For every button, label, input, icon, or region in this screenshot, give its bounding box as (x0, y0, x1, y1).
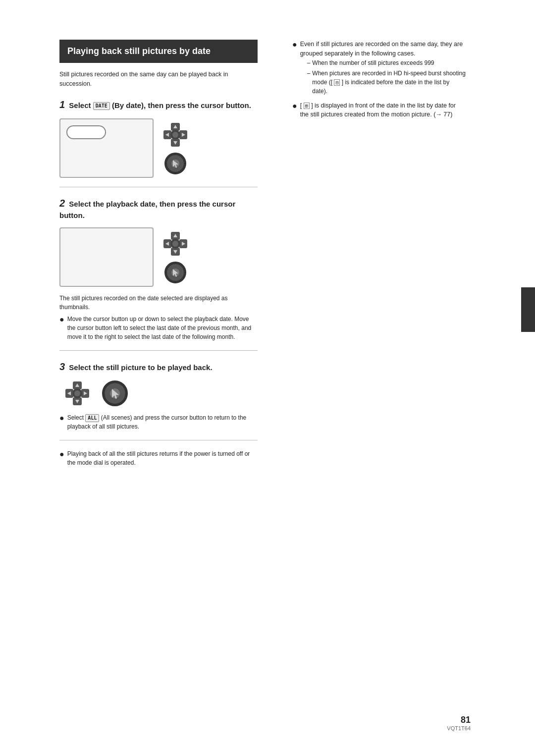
page-footer: 81 VQT1T64 (447, 715, 471, 731)
step-2-bullet-1: ● Move the cursor button up or down to s… (59, 315, 258, 341)
right-sub-text-1: When the number of still pictures exceed… (312, 58, 434, 67)
dpad-svg-2 (162, 231, 188, 257)
right-bullet-dot-2: ● (292, 101, 297, 110)
step-2-number: 2 (59, 198, 65, 209)
bullet-dot-3: ● (59, 413, 64, 423)
step-3-bullet-text: Select ALL (All scenes) and press the cu… (67, 413, 258, 431)
step-2-text: Select the playback date, then press the… (59, 200, 235, 219)
sub-dash-2: – (307, 69, 311, 78)
page-code: VQT1T64 (447, 725, 471, 731)
step-1-text: Select DATE (By date), then press the cu… (69, 101, 251, 109)
tab-marker (521, 287, 535, 332)
step-3-number: 3 (59, 361, 65, 372)
dpad-svg-1 (162, 122, 188, 148)
controls-2 (162, 231, 188, 283)
svg-point-18 (172, 241, 178, 247)
divider-2 (59, 350, 258, 351)
all-key: ALL (85, 414, 99, 422)
right-bullet-dot-1: ● (292, 40, 297, 49)
divider-1 (59, 187, 258, 187)
circle-btn-svg-1 (166, 154, 185, 173)
screen-inner-1 (66, 125, 106, 139)
circle-btn-1 (164, 153, 186, 174)
right-bullet-1: ● Even if still pictures are recorded on… (292, 40, 466, 97)
right-panel: ● Even if still pictures are recorded on… (277, 30, 505, 726)
circle-btn-2 (164, 262, 186, 283)
right-sub-text-2: When pictures are recorded in HD hi-spee… (312, 69, 466, 96)
dpad-3 (64, 380, 90, 406)
step-1: 1 Select DATE (By date), then press the … (59, 98, 258, 178)
step-2-note-1: The still pictures recorded on the date … (59, 294, 258, 312)
circle-btn-svg-2 (166, 263, 185, 282)
footer-note-text: Playing back of all the still pictures r… (67, 449, 258, 467)
bullet-dot-footer: ● (59, 449, 64, 459)
step-2-visual (59, 227, 258, 287)
right-sub-1: – When the number of still pictures exce… (307, 58, 466, 67)
step-3: 3 Select the still picture to be played … (59, 360, 258, 431)
dpad-1 (162, 122, 188, 148)
screen-mock-2 (59, 227, 154, 287)
step-1-number: 1 (59, 99, 65, 110)
right-bullet-2: ● [ ⊞ ] is displayed in front of the dat… (292, 101, 466, 120)
right-bullet-text-1: Even if still pictures are recorded on t… (300, 41, 463, 57)
step-2-bullet-text-1: Move the cursor button up or down to sel… (67, 315, 258, 341)
dpad-svg-3 (64, 380, 90, 406)
date-key: DATE (93, 102, 110, 110)
controls-1 (162, 122, 188, 174)
circle-btn-svg-3 (104, 382, 126, 405)
step-1-heading: 1 Select DATE (By date), then press the … (59, 98, 258, 111)
sub-dash-1: – (307, 58, 311, 67)
step-2-heading: 2 Select the playback date, then press t… (59, 196, 258, 220)
footer-note-1: ● Playing back of all the still pictures… (59, 449, 258, 467)
svg-point-31 (74, 390, 80, 396)
step-3-text: Select the still picture to be played ba… (69, 363, 212, 372)
right-bullet-text-2: [ ⊞ ] is displayed in front of the date … (300, 101, 466, 120)
divider-3 (59, 440, 258, 440)
step-3-visual (64, 380, 258, 406)
svg-point-5 (172, 132, 178, 138)
step-2: 2 Select the playback date, then press t… (59, 196, 258, 341)
section-title: Playing back still pictures by date (59, 40, 258, 63)
step-3-bullet-1: ● Select ALL (All scenes) and press the … (59, 413, 258, 431)
step-1-visual (59, 118, 258, 178)
step-3-heading: 3 Select the still picture to be played … (59, 360, 258, 374)
circle-btn-3 (102, 380, 128, 406)
bullet-dot-1: ● (59, 315, 64, 324)
right-bullet-content-1: Even if still pictures are recorded on t… (300, 40, 466, 97)
right-sub-2: – When pictures are recorded in HD hi-sp… (307, 69, 466, 96)
intro-text: Still pictures recorded on the same day … (59, 70, 258, 89)
screen-mock-1 (59, 118, 154, 178)
page-number: 81 (461, 715, 471, 725)
dpad-2 (162, 231, 188, 257)
